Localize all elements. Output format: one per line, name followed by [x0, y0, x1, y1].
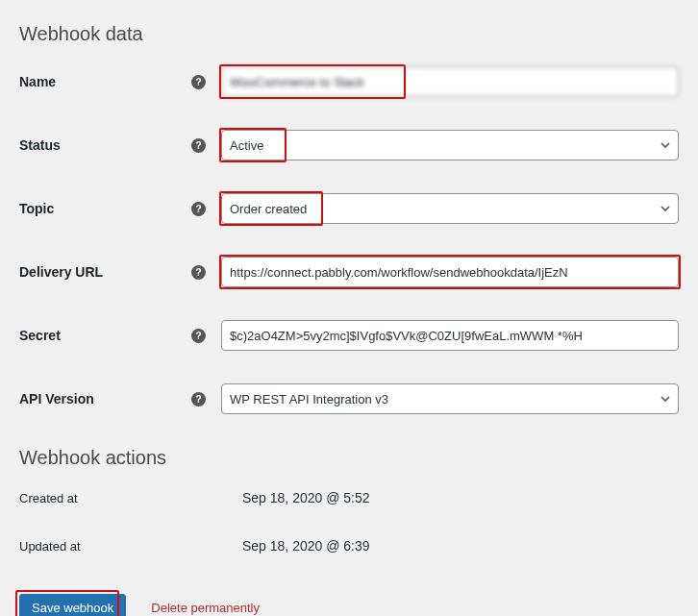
- created-at-value: Sep 18, 2020 @ 5:52: [242, 490, 370, 505]
- api-version-select[interactable]: WP REST API Integration v3: [221, 383, 679, 414]
- name-input[interactable]: [221, 66, 679, 97]
- topic-select[interactable]: Order created: [221, 193, 679, 224]
- webhook-actions-heading: Webhook actions: [19, 447, 679, 469]
- status-select[interactable]: Active: [221, 130, 679, 160]
- secret-row: Secret ?: [19, 320, 679, 351]
- help-icon[interactable]: ?: [191, 75, 206, 89]
- created-at-row: Created at Sep 18, 2020 @ 5:52: [19, 490, 679, 505]
- updated-at-row: Updated at Sep 18, 2020 @ 6:39: [19, 538, 679, 554]
- delete-permanently-link[interactable]: Delete permanently: [151, 601, 260, 615]
- help-icon[interactable]: ?: [191, 329, 206, 343]
- secret-label: Secret: [19, 328, 61, 343]
- help-icon[interactable]: ?: [191, 202, 206, 216]
- save-webhook-button[interactable]: Save webhook: [19, 594, 126, 616]
- secret-input[interactable]: [221, 320, 679, 351]
- delivery-url-row: Delivery URL ?: [19, 257, 679, 287]
- status-label: Status: [19, 137, 61, 153]
- name-label: Name: [19, 74, 56, 89]
- actions-bar: Save webhook Delete permanently: [19, 594, 260, 616]
- help-icon[interactable]: ?: [191, 392, 206, 407]
- name-row: Name ?: [19, 66, 679, 97]
- updated-at-label: Updated at: [19, 539, 81, 554]
- webhook-data-heading: Webhook data: [19, 23, 679, 45]
- created-at-label: Created at: [19, 491, 78, 505]
- topic-row: Topic ? Order created: [19, 193, 679, 224]
- help-icon[interactable]: ?: [191, 138, 206, 153]
- status-row: Status ? Active: [19, 130, 679, 160]
- api-version-label: API Version: [19, 391, 94, 407]
- updated-at-value: Sep 18, 2020 @ 6:39: [242, 538, 370, 554]
- api-version-row: API Version ? WP REST API Integration v3: [19, 383, 679, 414]
- topic-label: Topic: [19, 201, 54, 216]
- help-icon[interactable]: ?: [191, 265, 206, 280]
- delivery-url-input[interactable]: [221, 257, 679, 287]
- delivery-url-label: Delivery URL: [19, 264, 103, 280]
